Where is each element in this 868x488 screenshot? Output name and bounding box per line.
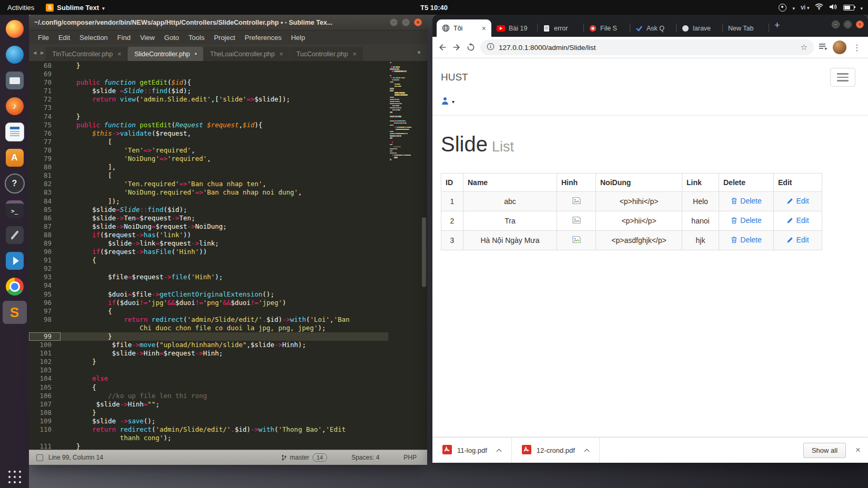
column-header: Name <box>463 174 557 192</box>
delete-link[interactable]: Delete <box>731 236 761 244</box>
tab-close-icon[interactable] <box>482 24 486 33</box>
menu-edit[interactable]: Edit <box>54 33 75 43</box>
close-button[interactable] <box>414 18 422 26</box>
dock-item-sublime-text[interactable] <box>3 301 27 324</box>
maximize-button[interactable] <box>844 21 852 28</box>
tab-scroll-left-icon[interactable] <box>31 50 38 55</box>
menu-tools[interactable]: Tools <box>184 33 209 43</box>
menu-help[interactable]: Help <box>286 33 310 43</box>
show-all-button[interactable]: Show all <box>803 443 846 458</box>
cell-hinh <box>557 192 596 211</box>
syntax-mode[interactable]: PHP <box>403 454 417 461</box>
chevron-up-icon[interactable] <box>496 449 502 452</box>
edit-link[interactable]: Edit <box>786 197 809 205</box>
browser-menu-icon[interactable] <box>851 43 863 53</box>
cell-delete: Delete <box>719 231 774 250</box>
navbar-toggler[interactable] <box>830 68 855 87</box>
bookmark-star-icon[interactable] <box>801 43 808 52</box>
tab-list-dropdown-icon[interactable] <box>411 50 427 55</box>
minimap[interactable] <box>390 62 420 161</box>
dock-item-firefox[interactable] <box>3 17 27 40</box>
browser-tab[interactable]: Bài 19 <box>491 19 538 37</box>
download-item[interactable]: 11-log.pdf <box>432 438 512 463</box>
browser-tab[interactable]: Ask Q <box>630 19 677 37</box>
flame-favicon-icon <box>589 25 597 32</box>
browser-tab[interactable]: error <box>538 19 584 37</box>
tab-close-icon[interactable] <box>279 50 283 58</box>
menu-goto[interactable]: Goto <box>159 33 184 43</box>
git-branch[interactable]: master 14 <box>281 453 327 462</box>
page-info-icon[interactable] <box>487 43 494 52</box>
menu-file[interactable]: File <box>33 33 54 43</box>
menu-find[interactable]: Find <box>113 33 135 43</box>
show-applications-button[interactable] <box>3 465 27 488</box>
forward-button[interactable] <box>452 43 461 52</box>
minimize-button[interactable] <box>832 21 840 28</box>
profile-avatar[interactable] <box>833 40 846 54</box>
reload-button[interactable] <box>466 43 476 52</box>
browser-tab[interactable]: larave <box>677 19 723 37</box>
dock-item-tools[interactable] <box>3 223 27 247</box>
download-item[interactable]: 12-crond.pdf <box>512 438 600 463</box>
browser-tab[interactable]: File S <box>584 19 630 37</box>
dock-item-chrome[interactable] <box>3 275 27 298</box>
navbar-brand[interactable]: HUST <box>441 72 468 83</box>
keyboard-layout-indicator[interactable]: vi <box>801 4 810 11</box>
menu-selection[interactable]: Selection <box>75 33 112 43</box>
dock-item-software[interactable] <box>3 146 27 169</box>
dock-item-mail[interactable] <box>3 69 27 92</box>
code-editor[interactable]: 68 }6970 public function getEdit($id){71… <box>29 61 427 450</box>
edit-link[interactable]: Edit <box>786 236 809 244</box>
show-apps-icon <box>6 468 24 486</box>
address-bar[interactable]: 127.0.0.1:8000/admin/Slide/list <box>480 39 814 55</box>
delete-link[interactable]: Delete <box>731 216 761 225</box>
code-text: } <box>60 332 388 341</box>
delete-link[interactable]: Delete <box>731 197 761 205</box>
indent-setting[interactable]: Spaces: 4 <box>351 454 379 461</box>
chevron-up-icon[interactable] <box>584 449 590 452</box>
menu-project[interactable]: Project <box>209 33 240 43</box>
dock-item-rhythmbox[interactable] <box>3 95 27 118</box>
youtube-favicon-icon <box>497 25 505 32</box>
cursor-position: Line 99, Column 14 <box>48 454 103 461</box>
code-text: if($request->has('link')) <box>60 231 388 239</box>
code-line: 85 $slide=Slide::find($id); <box>29 206 388 214</box>
clock[interactable]: T5 10:40 <box>420 4 448 12</box>
system-tray[interactable]: vi <box>779 3 868 12</box>
browser-tab[interactable]: Tôi <box>437 19 491 37</box>
back-button[interactable] <box>438 43 447 52</box>
sublime-title-bar[interactable]: ~/.config/composer/vendor/bin/NEWs/app/H… <box>29 15 427 30</box>
code-line: 88 if($request->has('link')) <box>29 231 388 239</box>
battery-icon <box>843 5 854 11</box>
maximize-button[interactable] <box>402 18 410 26</box>
status-icon[interactable] <box>36 454 43 461</box>
focused-app-menu[interactable]: Sublime Text <box>42 4 108 12</box>
table-row: 1abc<p>hihi</p>HeloDeleteEdit <box>441 192 822 211</box>
tab-close-icon[interactable] <box>352 50 356 58</box>
dock-item-writer[interactable] <box>3 120 27 144</box>
minimize-button[interactable] <box>390 18 398 26</box>
editor-tab[interactable]: TinTucController.php <box>46 47 127 61</box>
new-tab-button[interactable] <box>769 20 785 31</box>
close-button[interactable] <box>856 21 864 28</box>
editor-scrollbar[interactable] <box>422 217 426 287</box>
activities-button[interactable]: Activities <box>0 4 42 12</box>
user-dropdown[interactable] <box>432 91 868 116</box>
dock-item-vscode[interactable] <box>3 249 27 272</box>
editor-tab[interactable]: SlideController.php <box>128 47 203 61</box>
table-row: 2Tra<p>hii</p>hanoiDeleteEdit <box>441 211 822 231</box>
tab-scroll-right-icon[interactable] <box>38 50 46 55</box>
edit-link[interactable]: Edit <box>786 216 809 225</box>
media-queue-icon[interactable] <box>819 42 828 53</box>
dock-item-thunderbird[interactable] <box>3 43 27 66</box>
dock-item-terminal[interactable] <box>3 198 27 221</box>
menu-preferences[interactable]: Preferences <box>240 33 286 43</box>
screencast-icon[interactable] <box>779 4 786 12</box>
tab-close-icon[interactable] <box>117 50 121 58</box>
browser-tab[interactable]: New Tab <box>723 19 769 37</box>
menu-view[interactable]: View <box>135 33 159 43</box>
editor-tab[interactable]: TucController.php <box>290 47 362 61</box>
editor-tab[interactable]: TheLoaiController.php <box>204 47 289 61</box>
downloads-close-icon[interactable] <box>855 445 861 455</box>
dock-item-help[interactable] <box>3 172 27 195</box>
